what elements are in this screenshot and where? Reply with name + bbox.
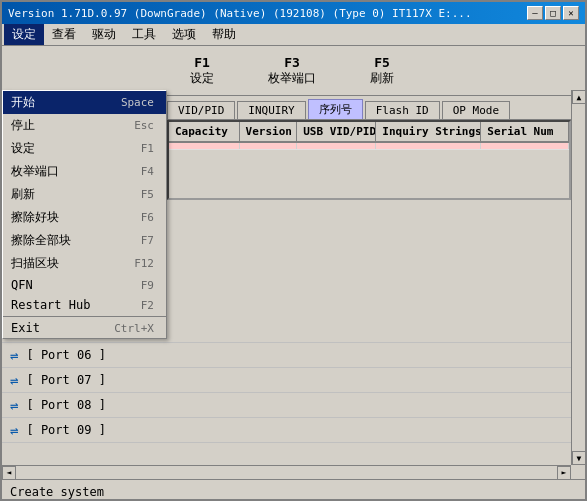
- title-text: Version 1.71D.0.97 (DownGrade) (Native) …: [8, 7, 472, 20]
- usb-icon-09: ⇌: [10, 422, 18, 438]
- dropdown-item-restarthub[interactable]: Restart Hub F2: [3, 295, 166, 315]
- td-version: [240, 143, 298, 149]
- close-button[interactable]: ✕: [563, 6, 579, 20]
- table-inner: Capacity Version USB VID/PID Inquiry Str…: [169, 122, 569, 198]
- h-scroll-left[interactable]: ◄: [2, 466, 16, 480]
- toolbar: F1 设定 F3 枚举端口 F5 刷新: [167, 46, 585, 96]
- menu-item-tools[interactable]: 工具: [124, 24, 164, 45]
- td-usbvidpid: [297, 143, 376, 149]
- toolbar-btn-f5[interactable]: F5 刷新: [357, 55, 407, 87]
- title-bar: Version 1.71D.0.97 (DownGrade) (Native) …: [2, 2, 585, 24]
- port-label-07: [ Port 07 ]: [26, 373, 105, 387]
- dropdown-separator: [3, 316, 166, 317]
- table-body: [169, 143, 569, 197]
- h-scrollbar: ◄ ►: [2, 465, 571, 479]
- td-serial: [481, 143, 569, 149]
- h-scroll-right[interactable]: ►: [557, 466, 571, 480]
- tab-opmode[interactable]: OP Mode: [442, 101, 510, 119]
- port-scroll-down[interactable]: ▼: [572, 451, 586, 465]
- port-label-08: [ Port 08 ]: [26, 398, 105, 412]
- port-scrollbar-right: ▲ ▼: [571, 90, 585, 465]
- dropdown-item-qfn[interactable]: QFN F9: [3, 275, 166, 295]
- dropdown-item-stop[interactable]: 停止 Esc: [3, 114, 166, 137]
- menu-item-options[interactable]: 选项: [164, 24, 204, 45]
- table-row: [169, 143, 569, 150]
- status-bar: Create system: [2, 479, 585, 501]
- usb-icon-08: ⇌: [10, 397, 18, 413]
- toolbar-btn-f1[interactable]: F1 设定: [177, 55, 227, 87]
- tab-inquiry[interactable]: INQUIRY: [237, 101, 305, 119]
- usb-icon-06: ⇌: [10, 347, 18, 363]
- table-frame: Capacity Version USB VID/PID Inquiry Str…: [167, 120, 571, 200]
- port-label-06: [ Port 06 ]: [26, 348, 105, 362]
- dropdown-item-exit[interactable]: Exit Ctrl+X: [3, 318, 166, 338]
- dropdown-item-enum[interactable]: 枚举端口 F4: [3, 160, 166, 183]
- status-text: Create system: [10, 485, 104, 499]
- th-inquiry: Inquiry Strings: [376, 122, 481, 141]
- port-row-06: ⇌ [ Port 06 ]: [2, 343, 571, 368]
- table-header: Capacity Version USB VID/PID Inquiry Str…: [169, 122, 569, 143]
- menu-item-settings[interactable]: 设定: [4, 24, 44, 45]
- tab-vidpid[interactable]: VID/PID: [167, 101, 235, 119]
- h-scroll-track: [16, 466, 557, 480]
- usb-icon-07: ⇌: [10, 372, 18, 388]
- menu-item-help[interactable]: 帮助: [204, 24, 244, 45]
- dropdown-item-settings[interactable]: 设定 F1: [3, 137, 166, 160]
- menu-item-driver[interactable]: 驱动: [84, 24, 124, 45]
- content-wrapper: 开始 Space 停止 Esc 设定 F1 枚举端口 F4 刷新 F5: [2, 46, 585, 501]
- toolbar-btn-f3[interactable]: F3 枚举端口: [267, 55, 317, 87]
- tab-bar: VID/PID INQUIRY 序列号 Flash ID OP Mode: [167, 96, 585, 120]
- tab-serial[interactable]: 序列号: [308, 99, 363, 119]
- port-row-09: ⇌ [ Port 09 ]: [2, 418, 571, 443]
- port-list: ⇌ [ Port 05 ] ⇌ [ Port 06 ] ⇌ [ Port 07 …: [2, 318, 571, 465]
- dropdown-menu: 开始 Space 停止 Esc 设定 F1 枚举端口 F4 刷新 F5: [2, 90, 167, 339]
- minimize-button[interactable]: —: [527, 6, 543, 20]
- port-label-09: [ Port 09 ]: [26, 423, 105, 437]
- tab-flashid[interactable]: Flash ID: [365, 101, 440, 119]
- th-usbvidpid: USB VID/PID: [297, 122, 376, 141]
- dropdown-item-scan[interactable]: 扫描区块 F12: [3, 252, 166, 275]
- td-inquiry: [376, 143, 481, 149]
- restore-button[interactable]: □: [545, 6, 561, 20]
- port-row-08: ⇌ [ Port 08 ]: [2, 393, 571, 418]
- title-buttons: — □ ✕: [527, 6, 579, 20]
- td-capacity: [169, 143, 240, 149]
- th-serial: Serial Num: [481, 122, 569, 141]
- port-row-07: ⇌ [ Port 07 ]: [2, 368, 571, 393]
- port-scroll-up[interactable]: ▲: [572, 90, 586, 104]
- dropdown-item-eraseok[interactable]: 擦除好块 F6: [3, 206, 166, 229]
- menu-bar: 设定 查看 驱动 工具 选项 帮助: [2, 24, 585, 46]
- dropdown-item-eraseall[interactable]: 擦除全部块 F7: [3, 229, 166, 252]
- menu-item-view[interactable]: 查看: [44, 24, 84, 45]
- th-capacity: Capacity: [169, 122, 240, 141]
- dropdown-item-refresh[interactable]: 刷新 F5: [3, 183, 166, 206]
- th-version: Version: [240, 122, 298, 141]
- dropdown-item-start[interactable]: 开始 Space: [3, 91, 166, 114]
